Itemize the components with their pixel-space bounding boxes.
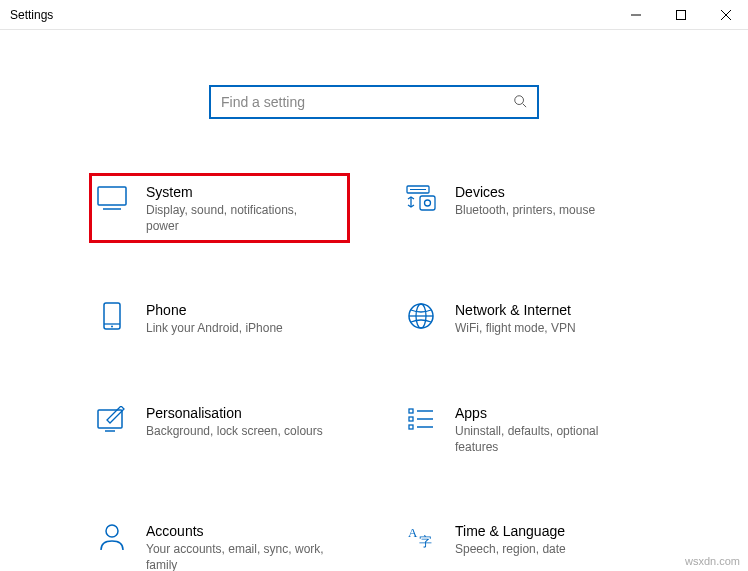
svg-rect-13 [104, 303, 120, 329]
category-desc: Speech, region, date [455, 541, 566, 557]
category-desc: Display, sound, notifications, power [146, 202, 326, 234]
minimize-icon [631, 10, 641, 20]
category-desc: Link your Android, iPhone [146, 320, 283, 336]
svg-point-4 [515, 95, 524, 104]
category-title: Apps [455, 405, 635, 421]
svg-rect-6 [98, 187, 126, 205]
svg-rect-23 [409, 417, 413, 421]
svg-rect-10 [420, 196, 435, 210]
window-title: Settings [10, 8, 53, 22]
svg-point-11 [425, 200, 431, 206]
window-controls [613, 0, 748, 29]
network-icon [405, 300, 437, 332]
svg-text:A: A [408, 525, 418, 540]
apps-icon [405, 403, 437, 435]
title-bar: Settings [0, 0, 748, 30]
svg-point-27 [106, 525, 118, 537]
accounts-icon [96, 521, 128, 553]
categories-grid: System Display, sound, notifications, po… [0, 174, 748, 571]
watermark: wsxdn.com [685, 555, 740, 567]
category-desc: WiFi, flight mode, VPN [455, 320, 576, 336]
category-devices[interactable]: Devices Bluetooth, printers, mouse [399, 174, 658, 242]
category-title: Time & Language [455, 523, 566, 539]
phone-icon [96, 300, 128, 332]
category-personalisation[interactable]: Personalisation Background, lock screen,… [90, 395, 349, 463]
category-title: Personalisation [146, 405, 323, 421]
category-desc: Uninstall, defaults, optional features [455, 423, 635, 455]
devices-icon [405, 182, 437, 214]
svg-point-15 [111, 326, 113, 328]
category-title: Phone [146, 302, 283, 318]
search-row [0, 85, 748, 119]
system-icon [96, 182, 128, 214]
category-desc: Bluetooth, printers, mouse [455, 202, 595, 218]
category-desc: Background, lock screen, colours [146, 423, 323, 439]
category-desc: Your accounts, email, sync, work, family [146, 541, 326, 571]
time-language-icon: A字 [405, 521, 437, 553]
category-system[interactable]: System Display, sound, notifications, po… [90, 174, 349, 242]
svg-rect-21 [409, 409, 413, 413]
svg-line-5 [523, 103, 527, 107]
svg-rect-19 [98, 410, 122, 428]
personalisation-icon [96, 403, 128, 435]
svg-rect-25 [409, 425, 413, 429]
category-accounts[interactable]: Accounts Your accounts, email, sync, wor… [90, 513, 349, 571]
search-input[interactable] [221, 94, 513, 110]
maximize-icon [676, 10, 686, 20]
category-title: System [146, 184, 326, 200]
minimize-button[interactable] [613, 0, 658, 30]
search-icon [513, 94, 527, 111]
category-time-language[interactable]: A字 Time & Language Speech, region, date [399, 513, 658, 571]
category-network[interactable]: Network & Internet WiFi, flight mode, VP… [399, 292, 658, 344]
search-box[interactable] [209, 85, 539, 119]
category-title: Accounts [146, 523, 326, 539]
category-title: Devices [455, 184, 595, 200]
category-phone[interactable]: Phone Link your Android, iPhone [90, 292, 349, 344]
svg-rect-1 [676, 11, 685, 20]
close-icon [721, 10, 731, 20]
svg-text:字: 字 [419, 534, 432, 549]
maximize-button[interactable] [658, 0, 703, 30]
close-button[interactable] [703, 0, 748, 30]
category-apps[interactable]: Apps Uninstall, defaults, optional featu… [399, 395, 658, 463]
category-title: Network & Internet [455, 302, 576, 318]
